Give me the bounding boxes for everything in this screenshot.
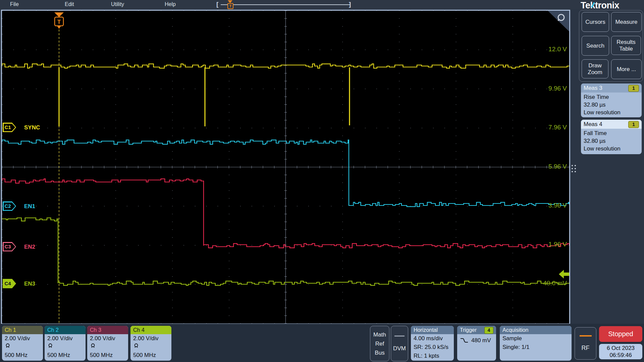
ch2-bandwidth: 500 MHz (47, 351, 86, 359)
acquisition-header: Acquisition (500, 326, 572, 334)
ch2-card[interactable]: Ch 2 2.00 V/div 500 MHz (45, 326, 86, 361)
meas4-panel[interactable]: Meas 4 1 Fall Time 32.80 µs Low resoluti… (581, 120, 642, 154)
meas3-header: Meas 3 1 (581, 83, 642, 93)
trigger-header: Trigger 4 (457, 326, 496, 334)
ch4-card[interactable]: Ch 4 2.00 V/div 500 MHz (130, 326, 171, 361)
menu-utility[interactable]: Utility (111, 1, 124, 7)
ch1-bandwidth: 500 MHz (5, 351, 43, 359)
cursors-button[interactable]: Cursors (582, 12, 609, 32)
scale-label-1v96: 1.96 V (524, 241, 567, 248)
more-button[interactable]: More ... (611, 59, 642, 79)
probe-icon (90, 343, 128, 351)
scale-label-9v96: 9.96 V (524, 85, 567, 92)
meas4-source-badge: 1 (628, 121, 639, 128)
dvm-button[interactable]: DVM (391, 326, 408, 361)
probe-icon (47, 343, 86, 351)
scale-label-12v: 12.0 V (524, 46, 567, 53)
channel-label-sync: SYNC (24, 124, 40, 131)
ch1-card[interactable]: Ch 1 2.00 V/div 500 MHz (2, 326, 43, 361)
rf-button[interactable]: RF (575, 327, 596, 360)
scale-label-3v96: 3.96 V (524, 202, 567, 209)
probe-icon (5, 343, 43, 351)
rf-indicator-line-icon (580, 335, 592, 337)
scale-label-7v96: 7.96 V (524, 124, 567, 131)
horizontal-sample-rate: SR: 25.0 kS/s (414, 343, 454, 352)
ch3-scale: 2.00 V/div (90, 334, 128, 343)
ch1-scale: 2.00 V/div (5, 334, 43, 343)
datetime-panel: 6 Oct 2023 06:59:46 (599, 344, 642, 359)
trigger-source-badge: 4 (484, 327, 493, 334)
waveform-canvas: T (2, 11, 569, 323)
ch2-scale: 2.00 V/div (47, 334, 86, 343)
ch4-card-header: Ch 4 (130, 326, 171, 334)
meas3-source-badge: 1 (628, 85, 639, 92)
meas3-note: Low resolution (584, 109, 642, 116)
menu-help[interactable]: Help (165, 1, 176, 7)
draw-zoom-button[interactable]: Draw Zoom (582, 59, 608, 78)
scale-label-5v96: 5.96 V (524, 163, 567, 170)
scale-label-neg40mv: -40.0 mV (524, 280, 567, 287)
channel-label-en1: EN1 (24, 203, 35, 210)
acquisition-mode: Sample (502, 334, 572, 343)
meas4-value: 32.80 µs (584, 137, 642, 145)
channel-label-en2: EN2 (24, 244, 35, 250)
panel-drag-handle[interactable] (572, 165, 577, 177)
horizontal-position-track[interactable] (221, 4, 350, 5)
trigger-panel[interactable]: Trigger 4 480 mV (457, 326, 496, 361)
ch4-bandwidth: 500 MHz (133, 351, 171, 359)
channel-badge-c3[interactable]: C3 (3, 242, 16, 251)
date-label: 6 Oct 2023 (599, 345, 642, 352)
ch4-scale: 2.00 V/div (133, 334, 171, 343)
waveform-display: T (1, 10, 570, 324)
results-table-button[interactable]: Results Table (611, 36, 641, 55)
horizontal-scale: 4.00 ms/div (414, 334, 454, 343)
menu-edit[interactable]: Edit (65, 1, 74, 7)
meas4-note: Low resolution (584, 145, 642, 153)
time-label: 06:59:46 (599, 352, 642, 359)
channel-badge-c2[interactable]: C2 (3, 201, 16, 211)
meas4-name: Fall Time (584, 129, 642, 137)
ch1-card-header: Ch 1 (2, 326, 43, 334)
tektronix-logo: Tektronix (581, 0, 619, 11)
channel-badge-c1[interactable]: C1 (3, 123, 16, 132)
ch3-card[interactable]: Ch 3 2.00 V/div 500 MHz (87, 326, 128, 361)
run-state-badge: Stopped (599, 326, 642, 342)
horizontal-position-bracket-right: ] (349, 1, 351, 8)
meas3-body: Rise Time 32.80 µs Low resolution (581, 93, 642, 117)
measure-button[interactable]: Measure (611, 12, 642, 32)
trigger-level: 480 mV (471, 336, 491, 345)
acquisition-panel[interactable]: Acquisition Sample Single: 1/1 (500, 326, 572, 361)
math-ref-bus-button[interactable]: Math Ref Bus (370, 326, 389, 361)
falling-edge-icon (460, 338, 469, 344)
oscilloscope-screen: File Edit Utility Help [ ] T Tektronix T… (0, 0, 644, 362)
menu-bar: File Edit Utility Help [ ] T (0, 0, 644, 9)
menu-file[interactable]: File (10, 1, 19, 7)
meas3-panel[interactable]: Meas 3 1 Rise Time 32.80 µs Low resoluti… (581, 83, 642, 117)
trigger-position-marker[interactable]: T (227, 3, 233, 9)
horizontal-panel[interactable]: Horizontal 4.00 ms/div SR: 25.0 kS/s RL:… (411, 326, 454, 361)
channel-badge-c4[interactable]: C4 (3, 279, 16, 288)
meas3-name: Rise Time (584, 93, 642, 101)
search-button[interactable]: Search (582, 36, 609, 56)
horizontal-position-bracket-left: [ (216, 1, 218, 8)
horizontal-header: Horizontal (411, 326, 454, 334)
meas4-header: Meas 4 1 (581, 120, 642, 129)
meas3-value: 32.80 µs (584, 101, 642, 109)
probe-icon (133, 343, 171, 351)
svg-text:T: T (57, 19, 61, 25)
ch2-card-header: Ch 2 (45, 326, 86, 334)
ch3-bandwidth: 500 MHz (90, 351, 128, 359)
dvm-meter-line-icon (394, 336, 405, 337)
meas4-body: Fall Time 32.80 µs Low resolution (581, 129, 642, 154)
acquisition-count: Single: 1/1 (502, 343, 572, 352)
trigger-position-marker-arrow-icon[interactable] (228, 0, 232, 3)
horizontal-record-length: RL: 1 kpts (414, 352, 454, 360)
channel-label-en3: EN3 (24, 281, 35, 287)
ch3-card-header: Ch 3 (87, 326, 128, 334)
